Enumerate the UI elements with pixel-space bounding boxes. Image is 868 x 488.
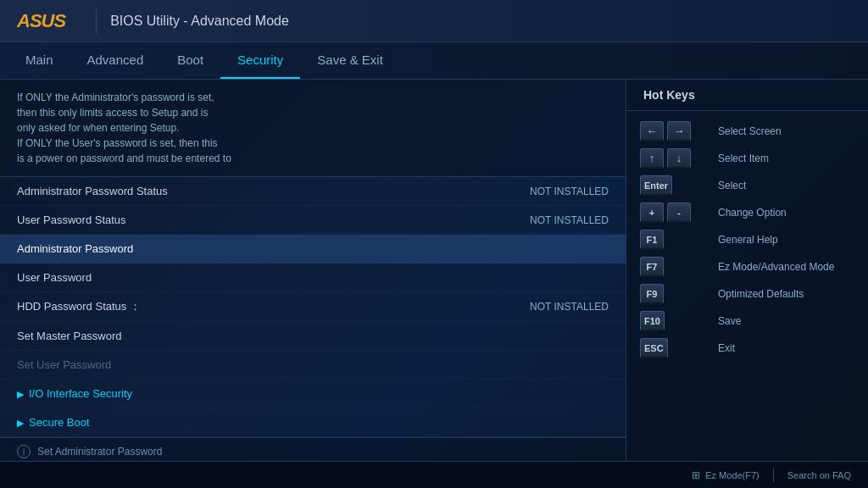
hotkey-select-item-desc: Select Item bbox=[718, 152, 769, 164]
hotkeys-panel: Hot Keys ← → Select Screen ↑ ↓ Select It… bbox=[626, 80, 868, 461]
hotkey-f10-keys: F10 bbox=[640, 311, 708, 331]
info-area: i Set Administrator Password bbox=[0, 437, 626, 461]
hotkey-exit-desc: Exit bbox=[718, 342, 735, 354]
logo-text: ASUS bbox=[17, 10, 65, 32]
info-icon: i bbox=[17, 445, 31, 458]
hdd-pw-status-row[interactable]: HDD Password Status ： NOT INSTALLED bbox=[0, 292, 626, 322]
desc-line2: then this only limits access to Setup an… bbox=[17, 105, 609, 120]
key-enter: Enter bbox=[640, 175, 672, 196]
hotkey-pm-keys: + - bbox=[640, 202, 708, 223]
set-master-pw-row[interactable]: Set Master Password bbox=[0, 322, 626, 351]
hotkey-change-option: + - Change Option bbox=[626, 199, 868, 226]
key-f9: F9 bbox=[640, 284, 664, 304]
key-f1: F1 bbox=[640, 230, 664, 250]
set-master-pw-label: Set Master Password bbox=[17, 330, 122, 342]
user-pw-row[interactable]: User Password bbox=[0, 263, 626, 292]
set-user-pw-row: Set User Password bbox=[0, 351, 626, 380]
tab-main[interactable]: Main bbox=[8, 42, 70, 79]
hotkey-ez-mode: F7 Ez Mode/Advanced Mode bbox=[626, 253, 868, 280]
key-f10: F10 bbox=[640, 311, 665, 331]
key-down: ↓ bbox=[667, 148, 691, 169]
ez-mode-button[interactable]: ⊞ Ez Mode(F7) bbox=[692, 469, 760, 481]
desc-line3: only asked for when entering Setup. bbox=[17, 120, 609, 136]
hdd-pw-status-label: HDD Password Status ： bbox=[17, 299, 141, 314]
key-minus: - bbox=[667, 202, 691, 223]
tab-boot[interactable]: Boot bbox=[160, 42, 220, 79]
hotkey-enter-keys: Enter bbox=[640, 175, 708, 196]
status-divider bbox=[773, 469, 774, 482]
hotkey-select: Enter Select bbox=[626, 172, 868, 199]
info-text: Set Administrator Password bbox=[37, 446, 162, 458]
admin-pw-row[interactable]: Administrator Password bbox=[0, 235, 626, 263]
io-interface-row[interactable]: ▶I/O Interface Security bbox=[0, 380, 626, 408]
hotkey-select-item: ↑ ↓ Select Item bbox=[626, 145, 868, 172]
desc-line1: If ONLY the Administrator's password is … bbox=[17, 90, 609, 105]
hotkey-general-help-desc: General Help bbox=[718, 234, 778, 246]
desc-line5: is a power on password and must be enter… bbox=[17, 151, 609, 166]
hotkey-lr-keys: ← → bbox=[640, 121, 708, 141]
status-bar: ⊞ Ez Mode(F7) Search on FAQ bbox=[0, 461, 868, 488]
user-pw-status-label: User Password Status bbox=[17, 214, 126, 226]
search-faq-button[interactable]: Search on FAQ bbox=[787, 470, 851, 480]
bios-title: BIOS Utility - Advanced Mode bbox=[110, 14, 289, 29]
hotkey-optimized-defaults-desc: Optimized Defaults bbox=[718, 288, 804, 300]
hotkey-change-option-desc: Change Option bbox=[718, 207, 787, 219]
hotkey-f7-keys: F7 bbox=[640, 257, 708, 277]
hotkeys-title: Hot Keys bbox=[626, 88, 868, 111]
set-user-pw-label: Set User Password bbox=[17, 358, 111, 371]
user-pw-status-row[interactable]: User Password Status NOT INSTALLED bbox=[0, 206, 626, 235]
nav-bar: Main Advanced Boot Security Save & Exit bbox=[0, 42, 868, 80]
secure-boot-arrow: ▶ bbox=[17, 418, 24, 428]
key-left: ← bbox=[640, 121, 664, 141]
key-f7: F7 bbox=[640, 257, 664, 277]
description-box: If ONLY the Administrator's password is … bbox=[0, 80, 626, 177]
tab-advanced[interactable]: Advanced bbox=[70, 42, 161, 79]
hotkey-select-desc: Select bbox=[718, 180, 746, 191]
hotkey-f1-keys: F1 bbox=[640, 230, 708, 250]
user-pw-status-value: NOT INSTALLED bbox=[530, 214, 609, 226]
main-layout: If ONLY the Administrator's password is … bbox=[0, 80, 868, 461]
admin-pw-status-value: NOT INSTALLED bbox=[530, 186, 609, 197]
secure-boot-label: Secure Boot bbox=[29, 416, 90, 429]
hotkey-ud-keys: ↑ ↓ bbox=[640, 148, 708, 169]
hotkey-ez-mode-desc: Ez Mode/Advanced Mode bbox=[718, 261, 834, 273]
tab-save-exit[interactable]: Save & Exit bbox=[300, 42, 400, 79]
asus-logo: ASUS bbox=[17, 10, 65, 32]
hotkey-exit: ESC Exit bbox=[626, 335, 868, 362]
desc-line4: If ONLY the User's password is set, then… bbox=[17, 136, 609, 151]
search-faq-label: Search on FAQ bbox=[787, 470, 851, 480]
logo-divider bbox=[96, 8, 97, 34]
header-bar: ASUS BIOS Utility - Advanced Mode bbox=[0, 0, 868, 42]
key-right: → bbox=[667, 121, 691, 141]
hotkey-select-screen: ← → Select Screen bbox=[626, 118, 868, 145]
hotkey-save-desc: Save bbox=[718, 315, 741, 327]
admin-pw-status-row[interactable]: Administrator Password Status NOT INSTAL… bbox=[0, 177, 626, 206]
ez-mode-label: Ez Mode(F7) bbox=[705, 470, 760, 480]
hdd-pw-status-value: NOT INSTALLED bbox=[530, 301, 609, 313]
user-pw-label: User Password bbox=[17, 271, 92, 284]
settings-list: Administrator Password Status NOT INSTAL… bbox=[0, 177, 626, 437]
hotkey-select-screen-desc: Select Screen bbox=[718, 125, 782, 137]
hotkey-esc-keys: ESC bbox=[640, 338, 708, 358]
secure-boot-row[interactable]: ▶Secure Boot bbox=[0, 408, 626, 437]
ez-mode-icon: ⊞ bbox=[692, 469, 700, 481]
content-area: If ONLY the Administrator's password is … bbox=[0, 80, 626, 461]
key-up: ↑ bbox=[640, 148, 664, 169]
tab-security[interactable]: Security bbox=[220, 42, 300, 79]
admin-pw-label: Administrator Password bbox=[17, 242, 133, 255]
io-interface-label: I/O Interface Security bbox=[29, 387, 132, 400]
hotkey-f9-keys: F9 bbox=[640, 284, 708, 304]
hotkey-general-help: F1 General Help bbox=[626, 226, 868, 253]
hotkey-optimized-defaults: F9 Optimized Defaults bbox=[626, 280, 868, 308]
key-esc: ESC bbox=[640, 338, 668, 358]
hotkey-save: F10 Save bbox=[626, 308, 868, 335]
io-interface-arrow: ▶ bbox=[17, 389, 24, 399]
admin-pw-status-label: Administrator Password Status bbox=[17, 185, 168, 197]
key-plus: + bbox=[640, 202, 664, 223]
